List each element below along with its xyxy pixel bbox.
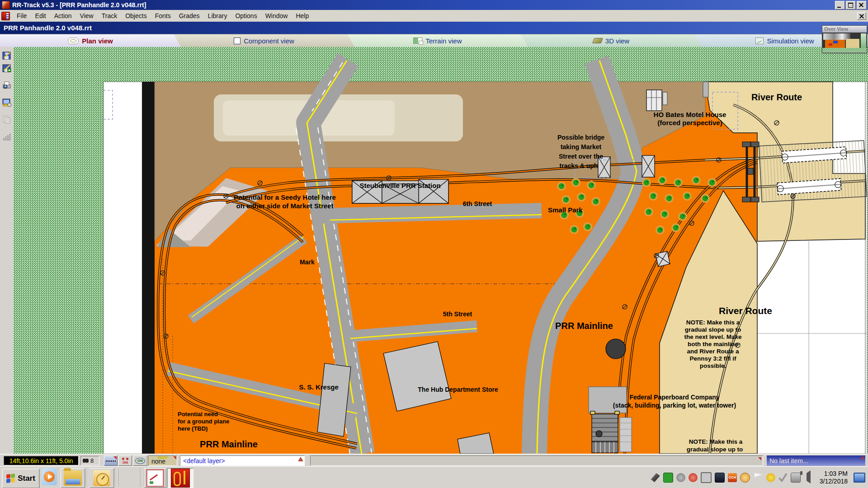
- save-as-icon[interactable]: [2, 63, 12, 73]
- tab-terrain-view[interactable]: Terrain view: [347, 34, 528, 47]
- safety-check-icon[interactable]: [778, 473, 788, 482]
- measure-icon[interactable]: [2, 98, 12, 108]
- antivirus-check-icon[interactable]: [766, 473, 775, 482]
- sync-clock-icon[interactable]: [740, 473, 750, 483]
- close-button[interactable]: [857, 1, 867, 9]
- track-mode-button[interactable]: [104, 455, 118, 466]
- document-icon: [1, 12, 10, 20]
- snap-setting[interactable]: SNAP none: [148, 455, 177, 466]
- email-clock-icon: [93, 470, 110, 486]
- last-item-box[interactable]: No last item...: [767, 455, 865, 466]
- copy-icon[interactable]: [2, 115, 12, 125]
- registration-icon[interactable]: [676, 473, 685, 482]
- message-area: [310, 455, 763, 466]
- menu-track[interactable]: Track: [98, 11, 121, 21]
- main-area: Steubenville PRR Station Potential for a…: [0, 47, 868, 454]
- image-editor-icon: [146, 469, 164, 487]
- pc-network-icon[interactable]: [791, 473, 801, 483]
- three-d-view-icon: [592, 38, 603, 43]
- statistics-icon[interactable]: [2, 132, 12, 142]
- quicklaunch-media-player[interactable]: [42, 468, 57, 487]
- task-rr-track[interactable]: [167, 468, 193, 488]
- curve-icon: ON: [135, 458, 145, 464]
- label-bridge-1: Possible bridge: [557, 134, 604, 141]
- label-note-bottom-2: gradual slope up to: [687, 446, 743, 453]
- media-player-icon: [42, 468, 57, 485]
- layer-selector[interactable]: <default layer>: [180, 455, 305, 466]
- overview-thumbnail[interactable]: [822, 33, 867, 52]
- display-settings-icon[interactable]: [715, 473, 725, 483]
- label-federal-1: Federal Paperboard Company: [629, 394, 719, 401]
- minimize-button[interactable]: [835, 1, 845, 9]
- label-sixth-street: 6th Street: [463, 200, 492, 207]
- menu-file[interactable]: File: [13, 11, 31, 21]
- find-count: 8: [90, 457, 94, 464]
- label-note-7: possible.: [700, 362, 726, 369]
- start-label: Start: [18, 474, 35, 483]
- track-plan-drawing: Steubenville PRR Station Potential for a…: [14, 47, 868, 454]
- label-note-2: gradual slope up to: [685, 326, 741, 333]
- endpoint-snap-toggle[interactable]: ON: [118, 455, 132, 466]
- menu-action[interactable]: Action: [50, 11, 76, 21]
- label-market-partial: Mark: [300, 258, 315, 266]
- layout-canvas[interactable]: Steubenville PRR Station Potential for a…: [14, 47, 868, 454]
- update-agent-icon[interactable]: [689, 473, 698, 482]
- volume-icon[interactable]: [804, 473, 813, 482]
- label-kresge: S. S. Kresge: [299, 383, 339, 391]
- menu-objects[interactable]: Objects: [121, 11, 151, 21]
- overview-title: Over View: [822, 26, 867, 33]
- messenger-icon[interactable]: [701, 472, 712, 483]
- close-document-button[interactable]: [857, 12, 866, 20]
- layer-spinner-icon[interactable]: [298, 457, 303, 461]
- flag-icon[interactable]: [753, 473, 763, 482]
- federal-paperboard-complex: [589, 387, 632, 453]
- label-note-6: Pennsy 3:2 fill if: [690, 355, 736, 362]
- clock-date: 3/12/2018: [820, 478, 848, 485]
- label-federal-2: (stack, building, parking lot, water tow…: [613, 402, 736, 409]
- label-note-5: and River Route a: [687, 348, 739, 355]
- tablet-pen-icon[interactable]: [651, 473, 660, 482]
- tray-clock: 1:03 PM 3/12/2018: [820, 470, 848, 485]
- curve-snap-toggle[interactable]: ON: [133, 455, 147, 466]
- taskbar: Start CC4 1:03 PM 3/12/2018: [0, 466, 868, 488]
- print-preview-icon[interactable]: [2, 80, 12, 90]
- show-desktop-icon[interactable]: [854, 473, 865, 483]
- quicklaunch-email[interactable]: [90, 468, 114, 488]
- document-title-bar: PRR Panhandle 2.0 v048.rrt: [0, 22, 868, 34]
- quicklaunch-image-editor[interactable]: [144, 468, 166, 488]
- tab-plan-view[interactable]: Plan view: [0, 34, 181, 47]
- layout-edge-bar: [142, 82, 155, 454]
- tab-component-view[interactable]: Component view: [174, 34, 354, 47]
- terrain-view-icon: [413, 38, 422, 44]
- label-river-route-right: River Route: [719, 305, 772, 316]
- rr-track-window: RR-Track v5.3 - [PRR Panhandle 2.0 v048.…: [0, 0, 868, 488]
- save-icon[interactable]: [2, 51, 12, 61]
- menu-options[interactable]: Options: [231, 11, 261, 21]
- overview-window[interactable]: Over View: [822, 25, 867, 53]
- menu-grades[interactable]: Grades: [175, 11, 204, 21]
- clock-time: 1:03 PM: [824, 470, 848, 477]
- label-prr-mainline-right: PRR Mainline: [555, 321, 613, 331]
- snap-value: none: [151, 458, 165, 465]
- binoculars-icon: [83, 459, 89, 463]
- left-toolbar: [0, 47, 14, 454]
- plan-view-icon: [68, 38, 79, 44]
- snap-arrows-icon: [122, 457, 129, 460]
- menu-library[interactable]: Library: [204, 11, 231, 21]
- network-status-icon[interactable]: [663, 473, 673, 483]
- start-button[interactable]: Start: [2, 469, 40, 488]
- tab-terrain-view-label: Terrain view: [425, 37, 462, 45]
- menu-edit[interactable]: Edit: [31, 11, 50, 21]
- quicklaunch-file-explorer[interactable]: [61, 468, 85, 488]
- restore-button[interactable]: [846, 1, 856, 9]
- menu-view[interactable]: View: [76, 11, 98, 21]
- menu-help[interactable]: Help: [292, 11, 313, 21]
- simulation-view-icon: [755, 38, 764, 44]
- tab-3d-view[interactable]: 3D view: [521, 34, 702, 47]
- rr-track-icon: [171, 469, 190, 488]
- menu-fonts[interactable]: Fonts: [151, 11, 175, 21]
- cc4-icon[interactable]: CC4: [728, 473, 737, 482]
- windows-logo-icon: [6, 474, 15, 483]
- title-bar: RR-Track v5.3 - [PRR Panhandle 2.0 v048.…: [0, 0, 868, 10]
- menu-window[interactable]: Window: [261, 11, 292, 21]
